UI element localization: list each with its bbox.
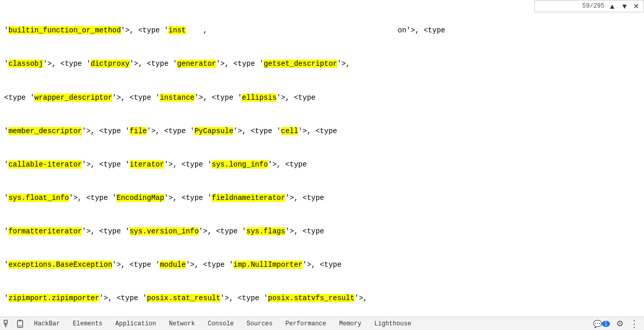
settings-button[interactable]: ⚙ [615,320,625,328]
code-line-3: <type 'wrapper_descriptor'>, <type 'inst… [4,93,640,104]
settings-icon: ⚙ [616,320,623,328]
dots-icon: ⋮ [630,319,638,328]
mobile-toggle-button[interactable] [14,320,26,328]
tab-lighthouse[interactable]: Lighthouse [368,317,418,331]
tab-performance[interactable]: Performance [280,317,333,331]
notification-badge: 1 [602,321,610,327]
chat-icon: 💬 [593,320,602,327]
devtools-tabs: HackBar Elements Application Network Con… [28,317,587,331]
code-viewer: 59/295 ▲ ▼ ✕ 'builtin_function_or_method… [0,0,644,317]
code-line-6: 'sys.float_info'>, <type 'EncodingMap'>,… [4,193,640,204]
notification-button[interactable]: 💬 1 [591,320,612,327]
devtools-toolbar: HackBar Elements Application Network Con… [0,317,644,330]
tab-console[interactable]: Console [202,317,240,331]
search-next-button[interactable]: ▼ [620,3,629,10]
search-input[interactable] [538,3,579,10]
toolbar-right-icons: 💬 1 ⚙ ⋮ [587,319,644,328]
more-options-button[interactable]: ⋮ [628,319,640,328]
code-line-5: 'callable-iterator'>, <type 'iterator'>,… [4,159,640,171]
code-content: 'builtin_function_or_method'>, <type 'in… [4,2,640,315]
mobile-icon [16,320,24,328]
search-close-button[interactable]: ✕ [632,3,640,10]
inspect-icon [4,320,12,328]
tab-memory[interactable]: Memory [333,317,368,331]
search-bar: 59/295 ▲ ▼ ✕ [534,0,644,12]
tab-hackbar[interactable]: HackBar [28,317,66,331]
code-line-1: 'builtin_function_or_method'>, <type 'in… [4,25,640,36]
tab-elements[interactable]: Elements [66,317,109,331]
code-line-8: 'exceptions.BaseException'>, <type 'modu… [4,260,640,271]
svg-rect-0 [4,320,7,323]
search-count: 59/295 [582,2,604,11]
code-line-2: 'classobj'>, <type 'dictproxy'>, <type '… [4,59,640,70]
code-line-7: 'formatteriterator'>, <type 'sys.version… [4,226,640,237]
code-line-9: 'zipimport.zipimporter'>, <type 'posix.s… [4,293,640,304]
search-prev-button[interactable]: ▲ [607,3,617,10]
tab-application[interactable]: Application [109,317,163,331]
code-line-4: 'member_descriptor'>, <type 'file'>, <ty… [4,126,640,137]
inspect-element-button[interactable] [2,320,13,328]
tab-sources[interactable]: Sources [240,317,279,331]
tab-network[interactable]: Network [163,317,201,331]
toolbar-left-icons [0,320,28,328]
